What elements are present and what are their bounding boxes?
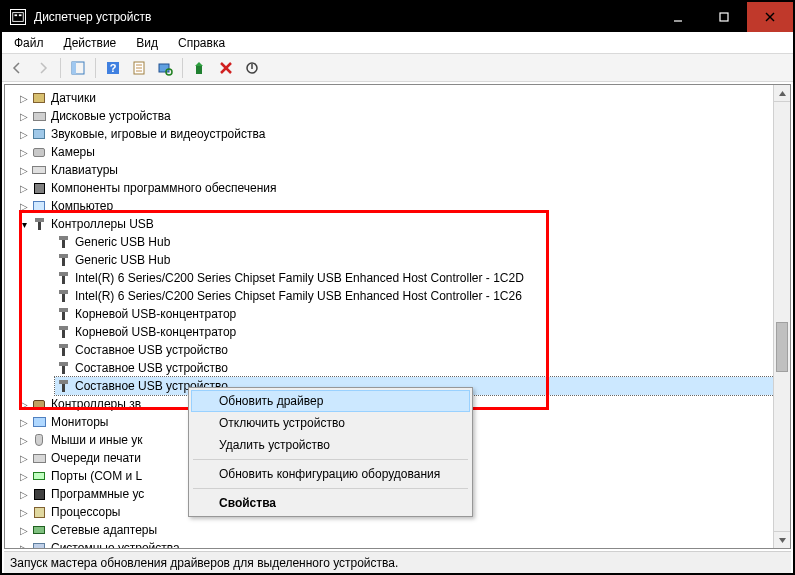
expand-icon[interactable]: ▷ (17, 399, 31, 410)
menu-file[interactable]: Файл (6, 34, 52, 52)
tree-node-network[interactable]: ▷Сетевые адаптеры (17, 521, 790, 539)
usb-icon (55, 378, 71, 394)
device-tree-panel: ▷Датчики ▷Дисковые устройства ▷Звуковые,… (4, 84, 791, 549)
scroll-track[interactable] (774, 102, 790, 531)
sensor-icon (31, 90, 47, 106)
uninstall-button[interactable] (215, 57, 237, 79)
software-device-icon (31, 486, 47, 502)
ctx-scan-hardware[interactable]: Обновить конфигурацию оборудования (191, 463, 470, 485)
tree-node-usb-device[interactable]: Корневой USB-концентратор (55, 305, 790, 323)
tree-node-disks[interactable]: ▷Дисковые устройства (17, 107, 790, 125)
titlebar: Диспетчер устройств (2, 2, 793, 32)
usb-icon (55, 360, 71, 376)
forward-button[interactable] (32, 57, 54, 79)
printer-icon (31, 450, 47, 466)
camera-icon (31, 144, 47, 160)
tree-node-keyboards[interactable]: ▷Клавиатуры (17, 161, 790, 179)
expand-icon[interactable]: ▷ (17, 165, 31, 176)
vertical-scrollbar[interactable] (773, 85, 790, 548)
usb-children: Generic USB Hub Generic USB Hub Intel(R)… (17, 233, 790, 395)
expand-icon[interactable]: ▷ (17, 507, 31, 518)
menu-action[interactable]: Действие (56, 34, 125, 52)
properties-button[interactable] (128, 57, 150, 79)
tree-node-sensors[interactable]: ▷Датчики (17, 89, 790, 107)
tree-node-usb-device[interactable]: Intel(R) 6 Series/C200 Series Chipset Fa… (55, 269, 790, 287)
window-title: Диспетчер устройств (34, 10, 655, 24)
expand-icon[interactable]: ▷ (17, 183, 31, 194)
svg-rect-15 (159, 64, 169, 72)
keyboard-icon (31, 162, 47, 178)
svg-rect-2 (19, 14, 22, 16)
ctx-update-driver[interactable]: Обновить драйвер (191, 390, 470, 412)
expand-icon[interactable]: ▷ (17, 489, 31, 500)
svg-rect-0 (13, 13, 24, 22)
expand-icon[interactable]: ▷ (17, 147, 31, 158)
help-button[interactable]: ? (102, 57, 124, 79)
show-hide-tree-button[interactable] (67, 57, 89, 79)
menu-help[interactable]: Справка (170, 34, 233, 52)
usb-icon (55, 288, 71, 304)
maximize-button[interactable] (701, 2, 747, 32)
scan-hardware-button[interactable] (154, 57, 176, 79)
ctx-properties[interactable]: Свойства (191, 492, 470, 514)
expand-icon[interactable]: ▷ (17, 201, 31, 212)
expand-icon[interactable]: ▷ (17, 525, 31, 536)
ctx-disable-device[interactable]: Отключить устройство (191, 412, 470, 434)
tree-node-usb-device[interactable]: Составное USB устройство (55, 341, 790, 359)
tree-node-usb-device[interactable]: Intel(R) 6 Series/C200 Series Chipset Fa… (55, 287, 790, 305)
usb-icon (55, 252, 71, 268)
expand-icon[interactable]: ▷ (17, 543, 31, 550)
scroll-up-icon[interactable] (774, 85, 790, 102)
menubar: Файл Действие Вид Справка (2, 32, 793, 54)
expand-icon[interactable]: ▷ (17, 93, 31, 104)
svg-rect-4 (720, 13, 728, 21)
tree-node-usb-controllers[interactable]: ▾Контроллеры USB (17, 215, 790, 233)
usb-icon (31, 216, 47, 232)
usb-icon (55, 270, 71, 286)
scroll-down-icon[interactable] (774, 531, 790, 548)
tree-node-sound[interactable]: ▷Звуковые, игровые и видеоустройства (17, 125, 790, 143)
tree-node-software-components[interactable]: ▷Компоненты программного обеспечения (17, 179, 790, 197)
tree-node-usb-device[interactable]: Составное USB устройство (55, 359, 790, 377)
expand-icon[interactable]: ▷ (17, 471, 31, 482)
tree-node-computer[interactable]: ▷Компьютер (17, 197, 790, 215)
ctx-separator (193, 459, 468, 460)
context-menu: Обновить драйвер Отключить устройство Уд… (188, 387, 473, 517)
status-text: Запуск мастера обновления драйверов для … (10, 556, 398, 570)
expand-icon[interactable]: ▷ (17, 129, 31, 140)
network-icon (31, 522, 47, 538)
monitor-icon (31, 414, 47, 430)
statusbar: Запуск мастера обновления драйверов для … (4, 551, 791, 573)
svg-text:?: ? (110, 62, 117, 74)
toolbar-separator (95, 58, 96, 78)
system-icon (31, 540, 47, 549)
disk-icon (31, 108, 47, 124)
tree-node-system[interactable]: ▷Системные устройства (17, 539, 790, 549)
expand-icon[interactable]: ▷ (17, 435, 31, 446)
disable-button[interactable] (241, 57, 263, 79)
tree-node-usb-device[interactable]: Корневой USB-концентратор (55, 323, 790, 341)
collapse-icon[interactable]: ▾ (17, 219, 31, 230)
usb-icon (55, 324, 71, 340)
mouse-icon (31, 432, 47, 448)
tree-node-usb-device[interactable]: Generic USB Hub (55, 233, 790, 251)
usb-icon (55, 306, 71, 322)
scroll-thumb[interactable] (776, 322, 788, 372)
expand-icon[interactable]: ▷ (17, 453, 31, 464)
ctx-separator (193, 488, 468, 489)
minimize-button[interactable] (655, 2, 701, 32)
ctx-uninstall-device[interactable]: Удалить устройство (191, 434, 470, 456)
tree-node-usb-device[interactable]: Generic USB Hub (55, 251, 790, 269)
back-button[interactable] (6, 57, 28, 79)
app-icon (10, 9, 26, 25)
expand-icon[interactable]: ▷ (17, 417, 31, 428)
expand-icon[interactable]: ▷ (17, 111, 31, 122)
tree-node-cameras[interactable]: ▷Камеры (17, 143, 790, 161)
update-driver-button[interactable] (189, 57, 211, 79)
cpu-icon (31, 504, 47, 520)
toolbar: ? (2, 54, 793, 82)
software-icon (31, 180, 47, 196)
computer-icon (31, 198, 47, 214)
close-button[interactable] (747, 2, 793, 32)
menu-view[interactable]: Вид (128, 34, 166, 52)
